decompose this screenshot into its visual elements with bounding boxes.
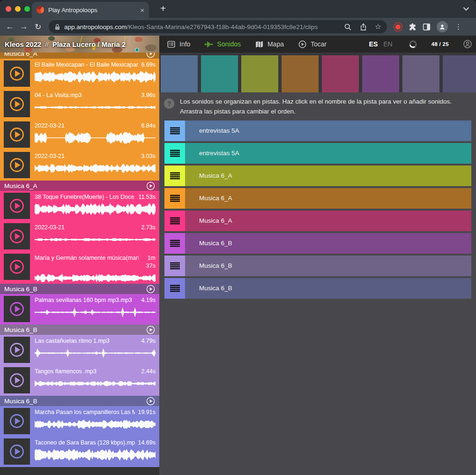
track-row[interactable]: entrevistas 5A	[164, 121, 471, 141]
clip-body: 2022-03-21 6.84s	[35, 121, 156, 149]
track-row[interactable]: Musica 6_A	[164, 211, 471, 231]
minimize-window-button[interactable]	[15, 6, 21, 12]
clip-waveform[interactable]	[35, 100, 156, 114]
clip-waveform[interactable]	[35, 161, 156, 175]
browser-profile-avatar[interactable]	[437, 21, 448, 32]
section-play-icon[interactable]	[146, 325, 155, 334]
share-icon[interactable]	[359, 23, 367, 31]
clip-play-button[interactable]	[4, 438, 30, 465]
language-toggle-en[interactable]: EN	[383, 40, 392, 48]
breadcrumb-separator: //	[45, 41, 48, 48]
window-controls	[6, 6, 30, 12]
track-drag-handle[interactable]	[164, 256, 185, 276]
clip-duration: 3.96s	[141, 91, 156, 99]
track-color-swatch[interactable]	[282, 55, 319, 92]
track-row[interactable]: Musica 6_A	[164, 166, 471, 186]
track-color-swatch[interactable]	[241, 55, 278, 92]
clip-play-button[interactable]	[4, 121, 30, 148]
track-drag-handle[interactable]	[164, 233, 185, 254]
clip-waveform[interactable]	[35, 305, 156, 319]
clip-waveform[interactable]	[35, 70, 156, 84]
track-drag-handle[interactable]	[164, 278, 185, 299]
nav-item-info[interactable]: Info	[167, 40, 190, 48]
track-section-header[interactable]: Musica 6_A	[0, 53, 159, 59]
clip-waveform[interactable]	[35, 131, 156, 145]
track-color-swatch[interactable]	[402, 55, 439, 92]
clip-play-button[interactable]	[4, 223, 30, 249]
clip-play-button[interactable]	[4, 367, 30, 393]
nav-item-mapa[interactable]: Mapa	[255, 40, 284, 48]
track-drag-handle[interactable]	[164, 188, 185, 209]
clip-play-button[interactable]	[4, 296, 30, 322]
breadcrumb-project[interactable]: Kleos 2022	[5, 40, 41, 48]
clip-waveform[interactable]	[35, 202, 156, 216]
track-color-swatch[interactable]	[161, 55, 198, 92]
clip-play-button[interactable]	[4, 193, 30, 219]
clip-body: 2022-03-21 3.03s	[35, 152, 156, 179]
track-row[interactable]: Musica 6_B	[164, 233, 471, 254]
language-toggle-es[interactable]: ES	[369, 40, 378, 48]
browser-menu-icon[interactable]: ⋮	[454, 23, 467, 31]
recording-indicator-icon[interactable]	[395, 24, 401, 30]
section-play-icon[interactable]	[146, 53, 155, 58]
track-drag-handle[interactable]	[164, 211, 185, 231]
back-button[interactable]: ←	[3, 22, 17, 31]
track-color-swatch[interactable]	[201, 55, 238, 92]
track-section-header[interactable]: Musica 6_B	[0, 284, 159, 294]
search-icon[interactable]	[344, 23, 352, 31]
reload-button[interactable]: ↻	[31, 22, 45, 32]
side-panel-icon[interactable]	[423, 23, 431, 31]
clip-play-button[interactable]	[4, 91, 30, 117]
track-drag-handle[interactable]	[164, 143, 185, 164]
new-tab-button[interactable]: +	[157, 3, 169, 15]
clip-waveform[interactable]	[35, 271, 156, 285]
drag-lines-icon	[170, 150, 180, 157]
track-color-swatch[interactable]	[322, 55, 359, 92]
track-color-swatch[interactable]	[443, 55, 476, 92]
nav-item-tocar[interactable]: Tocar	[298, 40, 327, 48]
section-play-icon[interactable]	[146, 285, 155, 294]
tab-close-icon[interactable]: ×	[140, 7, 144, 14]
extensions-puzzle-icon[interactable]	[409, 23, 416, 31]
section-play-icon[interactable]	[146, 397, 155, 406]
clip-play-button[interactable]	[4, 408, 30, 434]
account-icon[interactable]	[463, 39, 472, 49]
clip-waveform[interactable]	[35, 377, 156, 391]
track-drag-handle[interactable]	[164, 166, 185, 186]
bookmark-star-icon[interactable]: ☆	[375, 23, 381, 30]
track-name-bar[interactable]: entrevistas 5A	[185, 143, 471, 164]
section-play-icon[interactable]	[146, 181, 155, 190]
url-bar[interactable]: app.antropoloops.com/Kleos-Santa-Marina/…	[49, 20, 387, 33]
clip-waveform[interactable]	[35, 448, 156, 462]
track-name-bar[interactable]: Musica 6_B	[185, 278, 471, 299]
track-row[interactable]: entrevistas 5A	[164, 143, 471, 164]
close-window-button[interactable]	[6, 6, 11, 12]
track-color-swatch[interactable]	[362, 55, 399, 92]
track-row[interactable]: Musica 6_B	[164, 278, 471, 299]
track-row[interactable]: Musica 6_A	[164, 188, 471, 209]
clip-waveform[interactable]	[35, 233, 156, 247]
track-name-bar[interactable]: Musica 6_A	[185, 211, 471, 231]
clip-play-button[interactable]	[4, 60, 30, 87]
track-section-header[interactable]: Musica 6_A	[0, 181, 159, 191]
clip-play-button[interactable]	[4, 337, 30, 363]
clip-play-button[interactable]	[4, 254, 30, 280]
project-map-thumbnail[interactable]: Kleos 2022 // Plaza Lucero / María 2	[0, 36, 159, 53]
tab-search-chevron-icon[interactable]	[463, 6, 469, 12]
browser-tab[interactable]: Play Antropoloops ×	[32, 2, 149, 18]
track-name-bar[interactable]: entrevistas 5A	[185, 121, 471, 141]
zoom-window-button[interactable]	[24, 6, 30, 12]
clip-waveform[interactable]	[35, 417, 156, 431]
track-name-bar[interactable]: Musica 6_A	[185, 188, 471, 209]
track-section-header[interactable]: Musica 6_B	[0, 396, 159, 406]
track-section-header[interactable]: Musica 6_B	[0, 324, 159, 335]
clip-waveform[interactable]	[35, 346, 156, 360]
clip-play-button[interactable]	[4, 152, 30, 178]
track-drag-handle[interactable]	[164, 121, 185, 141]
nav-item-sonidos[interactable]: Sonidos	[204, 40, 241, 48]
forward-button[interactable]: →	[17, 22, 31, 31]
track-name-bar[interactable]: Musica 6_A	[185, 166, 471, 186]
track-name-bar[interactable]: Musica 6_B	[185, 256, 471, 276]
track-name-bar[interactable]: Musica 6_B	[185, 233, 471, 254]
track-row[interactable]: Musica 6_B	[164, 256, 471, 276]
